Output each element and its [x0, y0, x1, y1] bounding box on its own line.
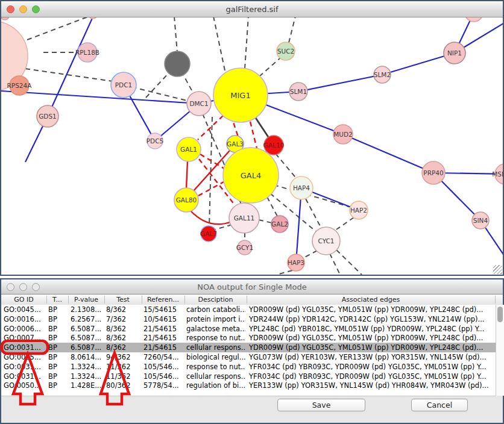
node-top-right[interactable] — [465, 17, 483, 22]
node-gal10[interactable] — [264, 136, 283, 155]
cell-reference: 7260/54... — [143, 353, 184, 361]
node-slm1[interactable] — [289, 83, 307, 101]
cell-go-id: GO:0031... — [4, 343, 45, 352]
cell-go-id: GO:0065... — [4, 353, 45, 361]
table-scrollbar[interactable] — [496, 305, 504, 396]
graph-window: galFiltered.sif RPL18BRPS24AGDS1PDC1DMC1… — [0, 0, 504, 276]
node-hap4[interactable] — [290, 176, 313, 199]
table-row[interactable]: GO:0050...BP1.428E...80/3625778/54...reg… — [1, 381, 496, 390]
edge-dash — [303, 251, 317, 258]
cell-reference: 21/54615 — [143, 325, 184, 333]
node-prp40[interactable] — [422, 161, 445, 184]
node-slm2[interactable] — [374, 66, 391, 83]
node-gal80[interactable] — [174, 188, 198, 212]
node-rps24a[interactable] — [10, 76, 29, 95]
column-header-test[interactable]: Test — [104, 295, 142, 304]
node-top-small[interactable] — [88, 17, 98, 19]
node-dark-node[interactable] — [165, 51, 190, 76]
cancel-button[interactable]: Cancel — [411, 399, 468, 411]
edge-dash — [259, 58, 280, 76]
cell-p-value: 1.428E... — [71, 381, 104, 390]
cell-type: BP — [48, 334, 66, 342]
column-separator[interactable] — [247, 296, 247, 304]
node-gcy1[interactable] — [238, 240, 252, 255]
column-header-t[interactable]: T... — [46, 295, 68, 304]
node-sin4[interactable] — [472, 212, 489, 229]
cell-associated-edges: YER133W (pp) YOR315W, YNL145W (pd) YHR08… — [249, 381, 494, 390]
cell-associated-edges: YDR009W (pd) YGL035C, YML051W (pp) YDR00… — [249, 334, 494, 342]
graph-window-titlebar[interactable]: galFiltered.sif — [1, 1, 503, 17]
node-hap3[interactable] — [288, 254, 304, 271]
desktop: galFiltered.sif RPL18BRPS24AGDS1PDC1DMC1… — [0, 0, 504, 424]
cell-p-value: 6.2567... — [71, 315, 104, 323]
node-suc2[interactable] — [277, 42, 295, 60]
edge-blue — [48, 17, 93, 116]
node-gal11[interactable] — [229, 203, 259, 233]
table-row[interactable]: GO:0016...BP6.2567...7/36210/54615protei… — [1, 314, 496, 324]
column-separator[interactable] — [68, 296, 69, 304]
cell-reference: 21/54615 — [143, 343, 184, 352]
node-dmc1[interactable] — [187, 92, 211, 116]
node-mig1[interactable] — [213, 68, 268, 122]
column-separator[interactable] — [46, 296, 47, 304]
edge-dash — [306, 199, 321, 228]
node-gal1[interactable] — [177, 137, 201, 161]
cell-associated-edges: YDR009W (pd) YGL035C, YML051W (pp) YDR00… — [249, 305, 494, 314]
edge-dash — [19, 17, 89, 43]
cell-p-value: 1.3324... — [71, 372, 104, 381]
table-row[interactable]: GO:0007...BP6.5087...8/36221/54615respon… — [1, 333, 496, 343]
cell-test: 7/362 — [106, 315, 140, 323]
cell-type: BP — [48, 305, 66, 314]
cell-description: response to nut... — [186, 363, 245, 371]
column-separator[interactable] — [142, 296, 142, 304]
cell-go-id: GO:0050... — [4, 381, 45, 390]
cell-p-value: 6.5087... — [71, 325, 104, 333]
save-button[interactable]: Save — [277, 399, 365, 411]
table-row[interactable]: GO:0031...BP6.5087...8/36221/54615cellul… — [1, 343, 496, 352]
table-row[interactable]: GO:0031...BP1.3324...11/362105/546...res… — [1, 362, 496, 372]
column-header-associated-edges[interactable]: Associated edges — [247, 295, 495, 304]
column-separator[interactable] — [184, 296, 185, 304]
noa-window: NOA output for Single Mode GO IDT...P-va… — [0, 278, 504, 424]
scrollbar-thumb[interactable] — [497, 307, 503, 322]
table-row[interactable]: GO:0045...BP2.1308...8/36215/54615carbon… — [1, 305, 496, 314]
table-row[interactable]: GO:0006...BP6.5087...8/36221/54615galact… — [1, 324, 496, 334]
column-separator[interactable] — [104, 296, 105, 304]
cell-reference: 10/54615 — [143, 315, 184, 323]
node-tiny-topleft[interactable] — [1, 17, 9, 20]
cell-type: BP — [48, 381, 66, 390]
node-mud2[interactable] — [333, 125, 353, 144]
node-nip1[interactable] — [444, 42, 465, 64]
node-msn[interactable] — [495, 164, 503, 184]
edge-dash — [245, 17, 248, 69]
cell-p-value: 6.5087... — [71, 334, 104, 342]
column-header-go-id[interactable]: GO ID — [1, 295, 46, 304]
column-separator[interactable] — [495, 296, 496, 304]
column-header-desciption[interactable]: Desciption — [184, 295, 247, 304]
noa-window-titlebar[interactable]: NOA output for Single Mode — [1, 279, 503, 295]
node-hap2[interactable] — [350, 201, 368, 219]
resize-grip[interactable] — [493, 265, 502, 274]
node-cyc1[interactable] — [312, 227, 340, 255]
edge-reddash — [198, 182, 224, 196]
cell-test: 8/362 — [106, 325, 140, 333]
cell-test: 8/362 — [106, 343, 140, 352]
node-gal7[interactable] — [201, 226, 216, 242]
node-pdc5[interactable] — [147, 133, 163, 149]
column-header-p-value[interactable]: P-value — [68, 295, 104, 304]
network-canvas[interactable]: RPL18BRPS24AGDS1PDC1DMC1MIG1SUC2SLM1SLM2… — [1, 17, 503, 275]
table-row[interactable]: GO:0031...BP1.3324...11/362105/546...cel… — [1, 372, 496, 381]
node-rpl18b[interactable] — [78, 43, 97, 62]
node-pdc1[interactable] — [111, 72, 136, 98]
node-gal4[interactable] — [223, 148, 279, 203]
node-gds1[interactable] — [37, 105, 58, 127]
cell-go-id: GO:0006... — [4, 325, 45, 333]
cell-p-value: 1.3324... — [71, 363, 104, 371]
table-header: GO IDT...P-valueTestReferen...Desciption… — [1, 295, 503, 305]
edge-dash — [259, 220, 272, 223]
table-row[interactable]: GO:0065...BP8.0614...94/3627260/54...bio… — [1, 352, 496, 362]
edge-dash — [330, 254, 340, 275]
node-gal2[interactable] — [271, 216, 288, 232]
column-header-referen[interactable]: Referen... — [142, 295, 184, 304]
table-body: GO:0045...BP2.1308...8/36215/54615carbon… — [1, 305, 496, 391]
